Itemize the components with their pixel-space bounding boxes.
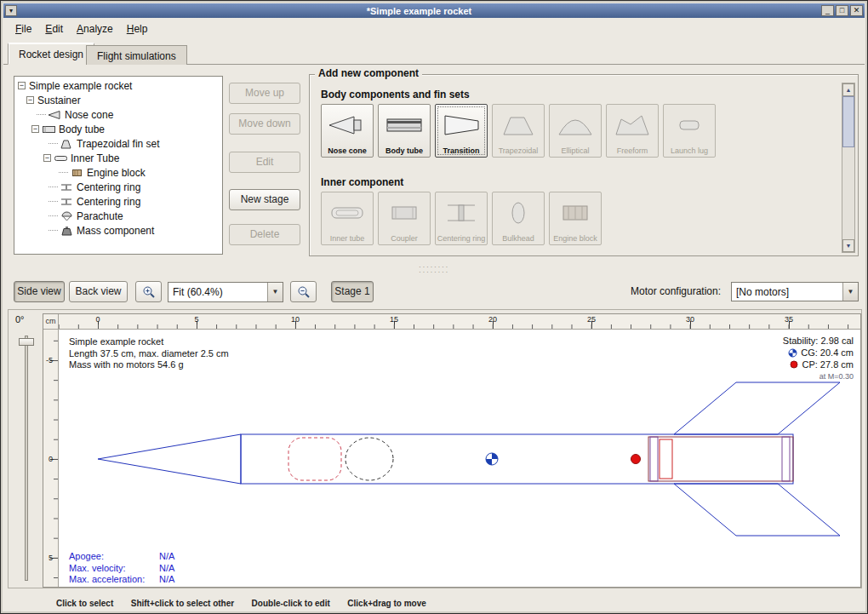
rocket-canvas[interactable]: Simple example rocket Length 37.5 cm, ma… [59,330,860,587]
vertical-ruler: -5 0 5 [43,330,59,587]
ruler-tick-label: 0 [49,455,53,463]
add-coupler-button: Coupler [378,192,431,245]
tabbar: Rocket design Flight simulations [3,42,865,65]
inner-tube-icon [327,192,368,234]
menu-file[interactable]: File [9,20,38,37]
menu-analyze[interactable]: Analyze [70,20,120,37]
body-tube-icon [384,105,425,146]
apogee-value: N/A [159,551,174,561]
add-transition-button[interactable]: Transition [435,104,488,158]
component-button-label: Body tube [385,146,424,155]
tree-item-body-tube[interactable]: − Body tube [14,122,222,136]
rocket-diagram-panel: 0° cm 0 5 10 15 20 25 30 35 -5 0 5 [8,309,862,588]
scrollbar-thumb[interactable] [842,96,854,147]
new-stage-button[interactable]: New stage [229,189,300,210]
stage-1-toggle[interactable]: Stage 1 [331,281,374,302]
tree-item-label: Parachute [77,210,123,222]
tree-connector [49,201,58,202]
titlebar[interactable]: ▾ *Simple example rocket _ □ ✕ [3,3,865,18]
collapse-icon[interactable]: − [43,154,51,162]
hint-shift-click: Shift+click to select other [131,599,234,608]
cg-marker [486,453,498,465]
tab-rocket-design[interactable]: Rocket design [8,43,94,65]
motor-configuration-label: Motor configuration: [631,285,721,297]
tree-item-rocket[interactable]: − Simple example rocket [14,78,222,93]
stability-value: Stability: 2.98 cal [783,335,854,347]
close-button[interactable]: ✕ [850,5,863,16]
add-bulkhead-button: Bulkhead [492,192,545,245]
cp-icon [790,360,798,369]
scroll-up-icon[interactable]: ▲ [842,83,854,96]
rocket-dimensions: Length 37.5 cm, max. diameter 2.5 cm [69,348,229,360]
component-scrollbar[interactable]: ▲ ▼ [842,83,855,253]
tree-item-label: Inner Tube [71,152,119,164]
tree-item-centering-ring-2[interactable]: Centering ring [14,194,222,209]
cp-value: CP: 27.8 cm [802,359,854,370]
tree-item-centering-ring-1[interactable]: Centering ring [14,180,222,194]
collapse-icon[interactable]: − [18,82,26,89]
tree-item-inner-tube[interactable]: − Inner Tube [14,151,222,165]
zoom-select[interactable]: Fit (60.4%) ▼ [168,282,283,302]
rocket-mass: Mass with no motors 54.6 g [69,359,229,371]
rotation-slider[interactable] [25,336,28,581]
move-up-button: Move up [229,83,300,104]
tree-item-fin-set[interactable]: Trapezoidal fin set [14,136,222,151]
tree-item-nose-cone[interactable]: Nose cone [14,107,222,122]
tree-item-engine-block[interactable]: Engine block [14,165,222,180]
inner-section-label: Inner component [321,176,403,188]
ruler-tick-label: -5 [46,356,53,364]
splitter-grip-icon[interactable]: ∙∙∙∙∙∙∙∙∙∙∙∙∙∙∙∙ [419,264,449,274]
transition-icon [441,105,482,146]
component-button-label: Engine block [552,234,598,243]
component-tree: − Simple example rocket − Sustainer Nose… [14,76,223,255]
window-title: *Simple example rocket [17,6,821,16]
menu-edit[interactable]: Edit [38,20,70,37]
zoom-out-button[interactable] [290,281,317,302]
collapse-icon[interactable]: − [31,125,39,133]
rotation-slider-handle[interactable] [19,338,34,346]
maximize-button[interactable]: □ [836,5,848,16]
collapse-icon[interactable]: − [26,96,34,104]
side-view-button[interactable]: Side view [14,281,65,302]
menubar: File Edit Analyze Help [3,19,865,38]
ruler-tick-label: 5 [49,554,53,562]
tree-item-label: Centering ring [77,181,140,193]
rocket-info: Simple example rocket Length 37.5 cm, ma… [69,336,229,371]
cp-marker [631,455,641,464]
chevron-down-icon[interactable]: ▼ [842,283,858,301]
tree-item-mass-component[interactable]: Mass component [14,223,222,238]
window-menu-icon[interactable]: ▾ [5,5,17,16]
zoom-in-button[interactable] [135,281,162,302]
max-acceleration-label: Max. acceleration: [69,574,159,586]
max-velocity-value: N/A [159,563,174,573]
add-freeform-fin-button: Freeform [606,104,659,158]
motor-configuration-select[interactable]: [No motors] ▼ [731,282,859,301]
add-body-tube-button[interactable]: Body tube [378,104,431,158]
add-nose-cone-button[interactable]: Nose cone [321,104,374,158]
tab-flight-simulations[interactable]: Flight simulations [86,45,187,65]
chevron-down-icon[interactable]: ▼ [267,283,283,301]
minimize-button[interactable]: _ [821,5,834,16]
mach-condition: at M=0.30 [783,370,854,382]
tree-connector [49,215,58,216]
add-elliptical-fin-button: Elliptical [549,104,602,158]
engine-block-icon [555,192,596,234]
menu-help[interactable]: Help [120,20,155,37]
scroll-down-icon[interactable]: ▼ [842,239,854,252]
add-component-group: Add new component Body components and fi… [309,74,859,256]
component-button-label: Elliptical [560,146,590,155]
tree-item-sustainer[interactable]: − Sustainer [14,93,222,107]
tree-item-label: Mass component [77,225,154,237]
tree-item-parachute[interactable]: Parachute [14,209,222,223]
tree-item-label: Body tube [59,123,105,135]
component-button-label: Bulkhead [501,234,535,243]
ruler-tick-label: 35 [785,315,793,324]
nose-cone-icon [49,110,61,120]
split-divider[interactable]: ∙∙∙∙∙∙∙∙∙∙∙∙∙∙∙∙ [3,261,865,277]
cg-value: CG: 20.4 cm [801,347,854,359]
component-button-label: Transition [442,146,480,155]
body-tube-outline [241,434,793,484]
centering-ring-icon [60,182,73,192]
tree-item-label: Simple example rocket [29,80,132,92]
back-view-button[interactable]: Back view [69,281,128,302]
